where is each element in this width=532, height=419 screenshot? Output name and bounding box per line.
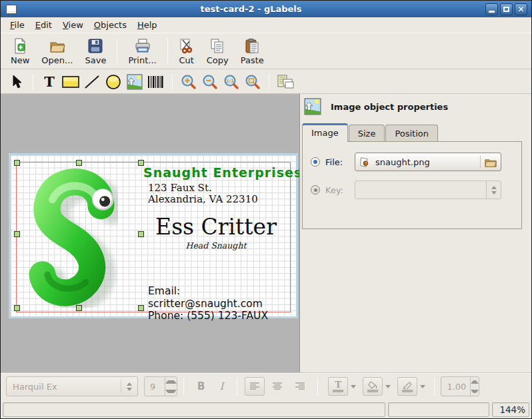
glabels-window: test-card-2 - gLabels ✕ File Edit View O… <box>0 0 532 419</box>
text-color-dropdown[interactable] <box>348 377 359 396</box>
arrow-up-icon <box>471 380 479 384</box>
merge-properties-icon <box>277 74 294 90</box>
align-center-button[interactable] <box>267 377 287 396</box>
zoom-fit-button[interactable] <box>242 73 263 91</box>
window-title: test-card-2 - gLabels <box>17 4 485 14</box>
image-tool-button[interactable] <box>124 73 145 91</box>
minimize-button[interactable] <box>485 3 498 15</box>
name-text-object[interactable]: Ess Critter Head Snaught <box>139 215 293 250</box>
maximize-button[interactable] <box>500 3 513 15</box>
font-size-spinner[interactable]: 9 <box>144 376 177 396</box>
handle-top-center[interactable] <box>76 160 82 166</box>
arrow-up-icon <box>491 186 497 189</box>
menu-edit[interactable]: Edit <box>30 18 57 32</box>
cut-label: Cut <box>179 55 194 65</box>
arrow-up-icon <box>165 380 177 384</box>
box-tool-button[interactable] <box>60 73 81 91</box>
merge-properties-button[interactable] <box>275 73 296 91</box>
color-swatch-bar <box>367 390 378 392</box>
open-button[interactable]: Open... <box>35 35 79 68</box>
paste-button[interactable]: Paste <box>235 35 270 68</box>
menu-objects[interactable]: Objects <box>89 18 132 32</box>
file-radio[interactable] <box>311 157 320 167</box>
spinner-arrows <box>165 377 177 396</box>
barcode-tool-button[interactable] <box>145 73 167 91</box>
open-folder-icon <box>49 38 65 54</box>
radio-dot <box>314 189 317 192</box>
toolbar-separator <box>183 378 184 395</box>
address-text-object[interactable]: 123 Faux St. Alexandria, VA 22310 <box>148 183 258 205</box>
key-radio[interactable] <box>311 185 320 195</box>
handle-top-left[interactable] <box>14 160 20 166</box>
font-family-combo[interactable]: Harquil Ex <box>6 376 138 396</box>
fill-bucket-icon <box>368 381 378 389</box>
titlebar[interactable]: test-card-2 - gLabels ✕ <box>1 1 531 17</box>
line-width-spinner[interactable]: 1.00 <box>441 376 479 396</box>
copy-button[interactable]: Copy <box>201 35 235 68</box>
ellipse-tool-icon <box>105 74 121 90</box>
align-right-button[interactable] <box>290 377 310 396</box>
key-combobox[interactable] <box>355 181 501 199</box>
line-color-button[interactable] <box>397 377 417 396</box>
browse-folder-icon <box>485 157 497 167</box>
font-family-value: Harquil Ex <box>7 382 121 392</box>
contact-text-object[interactable]: Email: scritter@snaught.com Phone: (555)… <box>148 285 296 322</box>
new-button[interactable]: New <box>5 35 35 68</box>
font-size-value: 9 <box>145 377 165 396</box>
phone-line: Phone: (555) 123-FAUX <box>148 310 296 322</box>
align-left-button[interactable] <box>245 377 265 396</box>
text-tool-button[interactable]: T <box>39 73 60 91</box>
copy-icon <box>209 38 225 54</box>
image-object-snaught[interactable] <box>17 163 141 308</box>
ellipse-tool-button[interactable] <box>103 73 124 91</box>
text-color-button[interactable]: T <box>328 377 348 396</box>
close-button[interactable]: ✕ <box>515 3 527 15</box>
cut-scissors-icon <box>179 38 195 54</box>
tab-size[interactable]: Size <box>349 125 385 142</box>
main-area: Snaught Enterprises 123 Faux St. Alexand… <box>1 94 531 372</box>
handle-bottom-right[interactable] <box>138 305 144 311</box>
handle-bottom-left[interactable] <box>14 305 20 311</box>
tab-position[interactable]: Position <box>385 125 438 142</box>
key-row: Key: <box>311 181 501 199</box>
menu-file[interactable]: File <box>5 18 30 32</box>
new-document-icon <box>12 38 28 54</box>
print-button[interactable]: Print... <box>122 35 162 68</box>
bold-button[interactable]: B <box>190 378 212 395</box>
handle-mid-left[interactable] <box>14 231 20 237</box>
line-tool-button[interactable] <box>81 73 103 91</box>
pencil-icon <box>403 381 413 389</box>
toolbar-separator <box>269 74 269 90</box>
cut-button[interactable]: Cut <box>173 35 201 68</box>
align-center-icon <box>272 382 283 391</box>
menu-help[interactable]: Help <box>132 18 163 32</box>
file-name-value: snaught.png <box>375 157 480 167</box>
label-canvas[interactable]: Snaught Enterprises 123 Faux St. Alexand… <box>1 94 300 372</box>
italic-button[interactable]: I <box>212 378 231 395</box>
business-card[interactable]: Snaught Enterprises 123 Faux St. Alexand… <box>9 153 298 318</box>
status-cursor-area <box>388 402 489 417</box>
paste-label: Paste <box>241 55 264 65</box>
zoom-1to1-button[interactable]: 1:1 <box>221 73 242 91</box>
align-right-icon <box>295 382 305 391</box>
zoom-out-button[interactable] <box>199 73 221 91</box>
save-button[interactable]: Save <box>79 35 112 68</box>
person-role: Head Snaught <box>139 240 293 250</box>
select-tool-button[interactable] <box>6 73 27 91</box>
handle-bottom-center[interactable] <box>76 305 82 311</box>
menu-view[interactable]: View <box>57 18 89 32</box>
image-tab-content: File: snaught.png <box>302 141 522 229</box>
arrow-down-icon <box>491 191 497 195</box>
file-label: File: <box>325 157 351 167</box>
fill-color-button[interactable] <box>363 377 383 396</box>
format-toolbar: Harquil Ex 9 B I <box>1 372 531 400</box>
company-text-object[interactable]: Snaught Enterprises <box>143 165 300 180</box>
file-chooser-button[interactable]: snaught.png <box>355 153 501 171</box>
tab-image[interactable]: Image <box>302 123 348 142</box>
svg-text:1:1: 1:1 <box>226 79 235 84</box>
fill-color-dropdown[interactable] <box>383 377 393 396</box>
arrow-down-icon <box>351 385 356 388</box>
zoom-in-button[interactable] <box>178 73 199 91</box>
line-color-dropdown[interactable] <box>417 377 428 396</box>
address-line1: 123 Faux St. <box>148 183 258 194</box>
